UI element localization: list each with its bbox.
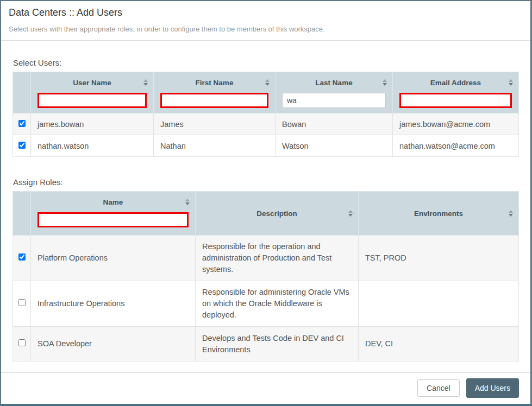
last-name-column-label-row[interactable]: Last Name xyxy=(276,72,392,93)
role-environments-cell xyxy=(359,281,519,327)
first-name-filter-cell xyxy=(154,93,275,113)
description-column-label: Description xyxy=(256,210,297,218)
roles-table-header-row: Name Description xyxy=(13,192,519,236)
user-row-checkbox-cell xyxy=(13,135,31,157)
sort-icon[interactable] xyxy=(509,79,513,86)
user-row-checkbox-cell xyxy=(13,113,31,135)
environments-column-label: Environments xyxy=(414,210,463,218)
role-row-checkbox-cell xyxy=(13,281,31,327)
email-column-label: Email Address xyxy=(430,79,481,87)
description-column-label-row[interactable]: Description xyxy=(196,192,358,235)
user-name-filter-input[interactable] xyxy=(37,93,147,108)
role-row: SOA Developer Develops and Tests Code in… xyxy=(13,327,519,361)
add-users-dialog: Data Centers :: Add Users Select users w… xyxy=(0,0,532,406)
first-name-filter-input[interactable] xyxy=(160,93,268,108)
role-name-filter-input[interactable] xyxy=(37,212,189,227)
dialog-footer: Cancel Add Users xyxy=(1,372,530,404)
roles-column-description[interactable]: Description xyxy=(196,192,359,236)
user-name-filter-cell xyxy=(31,93,153,113)
role-description-cell: Responsible for administering Oracle VMs… xyxy=(196,281,359,327)
role-row-checkbox[interactable] xyxy=(18,339,26,346)
last-name-filter-input[interactable] xyxy=(282,93,386,108)
dialog-title: Data Centers :: Add Users xyxy=(9,6,523,19)
role-row-checkbox[interactable] xyxy=(18,253,26,261)
user-name-cell: james.bowan xyxy=(31,113,154,135)
users-column-user-name[interactable]: User Name xyxy=(31,72,154,113)
first-name-cell: James xyxy=(154,113,276,135)
role-description-cell: Responsible for the operation and admini… xyxy=(196,236,359,281)
sort-icon[interactable] xyxy=(185,199,190,205)
last-name-cell: Bowan xyxy=(276,113,393,135)
sort-icon[interactable] xyxy=(143,79,148,86)
dialog-header: Data Centers :: Add Users Select users w… xyxy=(1,1,530,41)
roles-column-name[interactable]: Name xyxy=(31,192,196,236)
user-name-column-label-row[interactable]: User Name xyxy=(31,72,153,93)
dialog-subtitle: Select users with their appropriate role… xyxy=(9,25,523,40)
first-name-column-label: First Name xyxy=(196,79,234,87)
sort-icon[interactable] xyxy=(265,79,270,86)
role-name-column-label-row[interactable]: Name xyxy=(31,192,195,212)
role-name-cell: Infrastructure Operations xyxy=(31,281,196,327)
sort-icon[interactable] xyxy=(509,210,513,217)
user-row: james.bowan James Bowan james.bowan@acme… xyxy=(13,113,519,135)
users-table: User Name First Name xyxy=(12,72,519,157)
email-filter-cell xyxy=(393,93,518,113)
assign-roles-heading: Assign Roles: xyxy=(13,177,519,187)
sort-icon[interactable] xyxy=(348,210,353,217)
email-filter-input[interactable] xyxy=(399,93,512,108)
role-row-checkbox[interactable] xyxy=(18,299,26,306)
email-column-label-row[interactable]: Email Address xyxy=(393,72,518,93)
role-row: Platform Operations Responsible for the … xyxy=(13,236,519,281)
role-name-cell: SOA Developer xyxy=(31,327,196,361)
role-environments-cell: TST, PROD xyxy=(359,236,519,281)
role-row-checkbox-cell xyxy=(13,236,31,281)
user-name-cell: nathan.watson xyxy=(31,135,154,157)
email-cell: nathan.watson@acme.com xyxy=(393,135,519,157)
dialog-body: Select Users: User Name xyxy=(1,41,530,361)
role-name-cell: Platform Operations xyxy=(31,236,196,281)
last-name-filter-cell xyxy=(276,93,392,113)
user-row-checkbox[interactable] xyxy=(18,120,26,127)
select-users-heading: Select Users: xyxy=(13,58,519,67)
users-select-all-header xyxy=(13,72,31,113)
roles-select-all-header xyxy=(13,192,31,236)
role-description-cell: Develops and Tests Code in DEV and CI En… xyxy=(196,327,359,361)
roles-table: Name Description xyxy=(12,191,519,361)
user-row-checkbox[interactable] xyxy=(18,142,26,149)
first-name-column-label-row[interactable]: First Name xyxy=(154,72,275,93)
last-name-cell: Watson xyxy=(276,135,393,157)
roles-column-environments[interactable]: Environments xyxy=(359,192,519,236)
role-environments-cell: DEV, CI xyxy=(359,327,519,361)
last-name-column-label: Last Name xyxy=(315,79,352,87)
add-users-button[interactable]: Add Users xyxy=(466,378,519,398)
users-column-last-name[interactable]: Last Name xyxy=(276,72,393,113)
role-name-filter-cell xyxy=(31,212,195,232)
sort-icon[interactable] xyxy=(383,79,387,86)
role-row: Infrastructure Operations Responsible fo… xyxy=(13,281,519,327)
email-cell: james.bowan@acme.com xyxy=(393,113,519,135)
users-column-first-name[interactable]: First Name xyxy=(154,72,276,113)
first-name-cell: Nathan xyxy=(154,135,276,157)
role-row-checkbox-cell xyxy=(13,327,31,361)
user-row: nathan.watson Nathan Watson nathan.watso… xyxy=(13,135,519,157)
role-name-column-label: Name xyxy=(103,198,123,206)
cancel-button[interactable]: Cancel xyxy=(417,379,460,397)
users-column-email[interactable]: Email Address xyxy=(393,72,519,113)
environments-column-label-row[interactable]: Environments xyxy=(359,192,518,235)
users-table-header-row: User Name First Name xyxy=(13,72,519,113)
user-name-column-label: User Name xyxy=(73,79,111,87)
